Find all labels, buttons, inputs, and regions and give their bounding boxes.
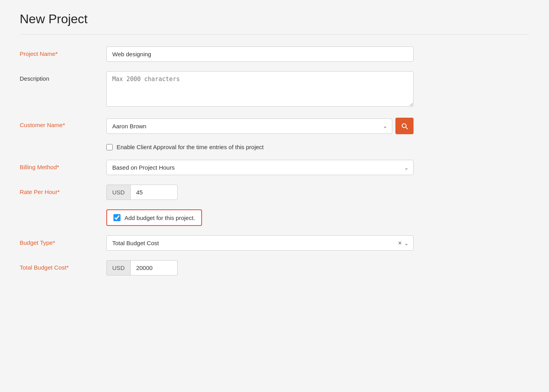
customer-name-row: Customer Name* Aaron Brown ⌄ bbox=[20, 118, 529, 134]
billing-method-wrapper: Based on Project Hours Fixed Cost Based … bbox=[106, 160, 414, 175]
budget-type-label: Budget Type* bbox=[20, 235, 106, 246]
project-name-label: Project Name* bbox=[20, 46, 106, 57]
billing-method-row: Billing Method* Based on Project Hours F… bbox=[20, 160, 529, 175]
currency-badge: USD bbox=[106, 185, 130, 200]
total-budget-input-group: USD bbox=[106, 260, 201, 276]
rate-per-hour-input[interactable] bbox=[130, 185, 178, 200]
billing-method-select[interactable]: Based on Project Hours Fixed Cost Based … bbox=[106, 160, 414, 175]
page-container: New Project Project Name* Description Cu… bbox=[0, 0, 549, 297]
project-name-input[interactable] bbox=[106, 46, 414, 62]
page-title: New Project bbox=[20, 12, 529, 26]
budget-type-wrapper: Total Budget Cost Total Budget Hours × ⌄ bbox=[106, 235, 414, 251]
client-approval-row: Enable Client Approval for the time entr… bbox=[20, 144, 529, 150]
description-label: Description bbox=[20, 71, 106, 82]
customer-select-wrapper: Aaron Brown ⌄ bbox=[106, 118, 392, 134]
client-approval-label: Enable Client Approval for the time entr… bbox=[117, 144, 264, 150]
client-approval-checkbox[interactable] bbox=[106, 144, 113, 150]
total-budget-cost-row: Total Budget Cost* USD bbox=[20, 260, 529, 276]
customer-name-wrapper: Aaron Brown ⌄ bbox=[106, 118, 414, 134]
customer-name-label: Customer Name* bbox=[20, 118, 106, 128]
project-name-row: Project Name* bbox=[20, 46, 529, 62]
add-budget-highlighted-container: Add budget for this project. bbox=[106, 209, 202, 226]
customer-name-select[interactable]: Aaron Brown bbox=[106, 118, 392, 134]
description-wrapper bbox=[106, 71, 414, 108]
total-budget-currency-badge: USD bbox=[106, 260, 130, 276]
form-container: Project Name* Description Customer Name*… bbox=[20, 46, 529, 276]
rate-per-hour-row: Rate Per Hour* USD bbox=[20, 185, 529, 200]
billing-method-label: Billing Method* bbox=[20, 160, 106, 170]
add-budget-label: Add budget for this project. bbox=[124, 214, 195, 221]
search-icon bbox=[401, 122, 408, 130]
add-budget-checkbox[interactable] bbox=[113, 214, 121, 221]
project-name-wrapper bbox=[106, 46, 414, 62]
add-budget-row: Add budget for this project. bbox=[20, 209, 529, 226]
billing-method-select-wrapper: Based on Project Hours Fixed Cost Based … bbox=[106, 160, 414, 175]
customer-control-row: Aaron Brown ⌄ bbox=[106, 118, 414, 134]
customer-search-button[interactable] bbox=[395, 118, 414, 134]
description-input[interactable] bbox=[106, 71, 414, 107]
total-budget-cost-label: Total Budget Cost* bbox=[20, 260, 106, 271]
divider bbox=[20, 34, 529, 35]
rate-input-group: USD bbox=[106, 185, 201, 200]
description-row: Description bbox=[20, 71, 529, 108]
total-budget-cost-input[interactable] bbox=[130, 260, 178, 276]
budget-type-select[interactable]: Total Budget Cost Total Budget Hours bbox=[106, 235, 414, 251]
rate-per-hour-label: Rate Per Hour* bbox=[20, 185, 106, 195]
rate-per-hour-wrapper: USD bbox=[106, 185, 414, 200]
total-budget-cost-wrapper: USD bbox=[106, 260, 414, 276]
budget-type-select-wrapper: Total Budget Cost Total Budget Hours × ⌄ bbox=[106, 235, 414, 251]
client-approval-wrapper: Enable Client Approval for the time entr… bbox=[106, 144, 264, 150]
budget-type-row: Budget Type* Total Budget Cost Total Bud… bbox=[20, 235, 529, 251]
